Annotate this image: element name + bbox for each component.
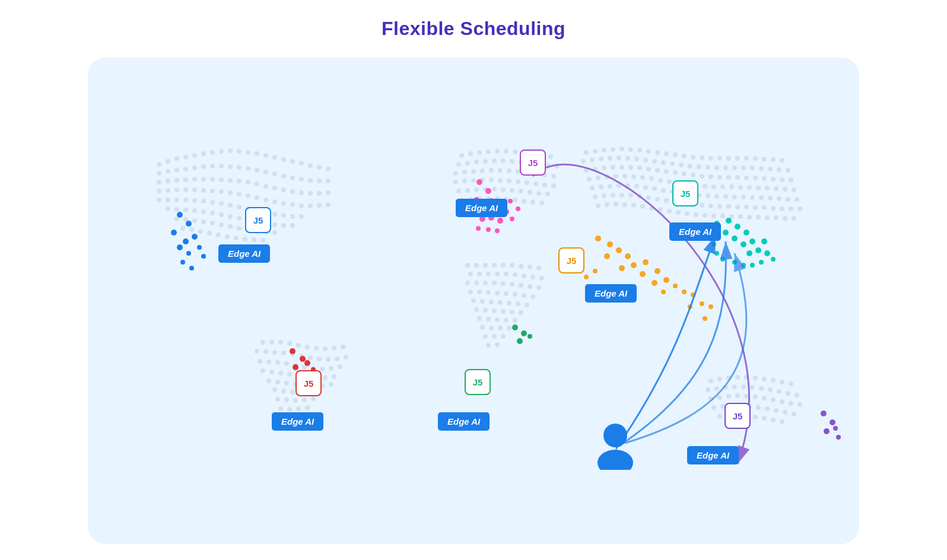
svg-point-298 (468, 289, 473, 294)
svg-point-474 (789, 206, 793, 211)
svg-point-472 (771, 206, 776, 211)
svg-point-13 (263, 153, 268, 158)
svg-point-351 (744, 156, 749, 161)
svg-point-526 (762, 396, 767, 400)
svg-point-366 (670, 161, 675, 166)
svg-point-237 (551, 174, 556, 179)
svg-point-442 (714, 194, 719, 199)
svg-point-204 (468, 151, 473, 156)
svg-point-523 (735, 393, 740, 398)
svg-point-132 (243, 237, 247, 241)
svg-point-7 (210, 150, 215, 155)
svg-point-617 (714, 251, 719, 256)
svg-point-371 (714, 166, 719, 170)
svg-point-430 (608, 184, 612, 189)
svg-point-540 (792, 412, 796, 416)
svg-point-49 (228, 178, 233, 183)
svg-point-44 (183, 177, 188, 182)
svg-point-335 (602, 148, 606, 152)
svg-point-386 (637, 166, 642, 170)
svg-point-541 (717, 414, 722, 419)
svg-point-598 (584, 275, 589, 279)
svg-point-111 (281, 223, 286, 228)
svg-point-368 (688, 164, 692, 168)
svg-point-333 (584, 150, 589, 155)
svg-point-270 (539, 201, 544, 205)
svg-point-336 (611, 147, 615, 152)
svg-point-428 (590, 186, 595, 190)
svg-point-395 (717, 175, 722, 180)
svg-point-213 (548, 154, 553, 159)
svg-point-553 (192, 234, 198, 240)
svg-point-126 (189, 227, 194, 232)
svg-point-185 (290, 390, 295, 394)
svg-point-5 (192, 153, 197, 158)
svg-point-128 (207, 231, 212, 236)
svg-point-268 (522, 199, 526, 203)
svg-point-460 (664, 198, 669, 203)
svg-point-73 (263, 198, 268, 202)
svg-point-220 (510, 159, 514, 164)
svg-point-208 (504, 149, 509, 154)
svg-point-191 (293, 398, 298, 403)
svg-point-609 (761, 238, 767, 244)
svg-point-225 (554, 164, 559, 168)
svg-point-313 (474, 307, 479, 312)
svg-point-194 (278, 406, 283, 411)
svg-point-283 (495, 272, 500, 276)
svg-point-554 (177, 244, 183, 250)
svg-point-603 (732, 236, 738, 241)
svg-point-458 (646, 195, 651, 200)
svg-point-405 (596, 176, 600, 180)
svg-point-611 (771, 257, 776, 262)
svg-point-487 (694, 212, 698, 217)
svg-point-557 (201, 254, 206, 259)
svg-point-410 (640, 175, 645, 180)
svg-point-370 (706, 165, 710, 170)
js-icon-1: J5 (245, 207, 271, 233)
svg-point-520 (708, 396, 713, 401)
svg-point-189 (275, 397, 280, 402)
svg-point-279 (536, 266, 541, 271)
svg-point-308 (489, 300, 494, 304)
svg-point-127 (198, 229, 203, 234)
svg-point-369 (697, 164, 701, 169)
svg-point-319 (477, 316, 482, 321)
svg-point-423 (756, 186, 761, 190)
svg-point-40 (326, 179, 331, 183)
svg-point-364 (652, 159, 657, 164)
svg-point-443 (723, 194, 728, 199)
svg-point-477 (605, 202, 609, 207)
svg-point-137 (278, 340, 283, 345)
svg-point-518 (786, 391, 790, 396)
svg-point-217 (483, 159, 488, 164)
svg-point-536 (756, 405, 761, 410)
svg-point-158 (275, 360, 280, 365)
svg-point-136 (269, 340, 274, 345)
svg-point-332 (495, 342, 500, 347)
svg-point-561 (485, 188, 491, 194)
svg-point-396 (726, 175, 731, 180)
svg-point-629 (517, 338, 523, 344)
svg-point-632 (830, 419, 835, 425)
svg-point-174 (332, 374, 336, 379)
svg-point-23 (174, 168, 179, 173)
svg-point-2 (166, 159, 170, 164)
svg-point-327 (507, 326, 511, 330)
js-icon-4: J5 (672, 180, 698, 206)
svg-point-278 (527, 265, 532, 269)
svg-point-594 (700, 301, 704, 306)
svg-point-620 (300, 356, 306, 362)
svg-point-582 (619, 265, 625, 271)
svg-point-165 (338, 364, 342, 369)
svg-point-272 (474, 263, 479, 268)
svg-point-586 (654, 268, 660, 274)
svg-point-512 (732, 384, 737, 389)
svg-point-357 (590, 158, 595, 163)
svg-point-589 (661, 289, 666, 294)
svg-point-375 (750, 166, 755, 170)
svg-point-524 (744, 394, 749, 399)
svg-point-419 (720, 184, 725, 189)
svg-point-302 (504, 291, 509, 296)
svg-point-394 (708, 174, 713, 179)
